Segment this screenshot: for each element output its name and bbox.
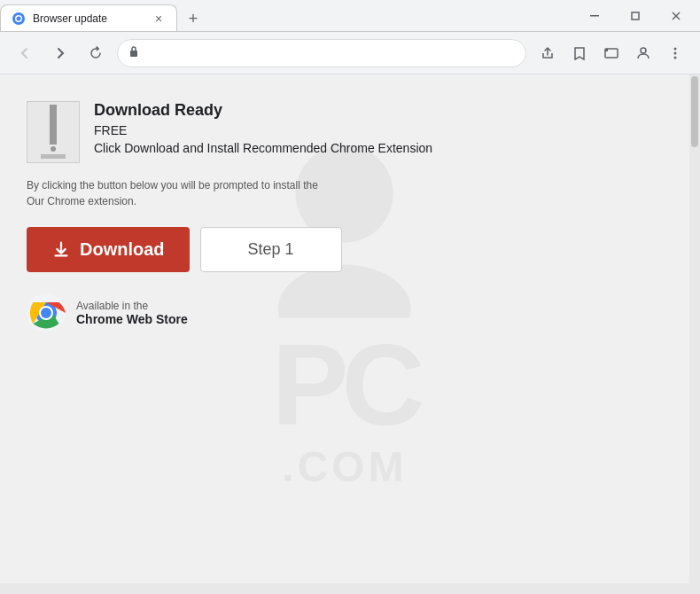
title-bar: Browser update × + [0, 0, 700, 32]
step-button-label: Step 1 [248, 240, 294, 258]
new-tab-button[interactable]: + [181, 6, 206, 31]
svg-point-10 [641, 48, 646, 53]
toolbar [0, 32, 700, 74]
lock-icon [128, 45, 139, 60]
active-tab[interactable]: Browser update × [0, 4, 177, 31]
cast-button[interactable] [597, 39, 626, 67]
download-button-label: Download [80, 239, 165, 260]
disclaimer-line2: Our Chrome extension. [27, 195, 136, 207]
forward-button[interactable] [46, 39, 74, 67]
svg-point-2 [17, 16, 21, 20]
card-header: Download Ready FREE Click Download and I… [27, 101, 663, 163]
window-controls [574, 0, 700, 32]
chrome-store-row: Available in the Chrome Web Store [27, 293, 663, 332]
svg-point-11 [674, 47, 677, 50]
scrollbar-thumb[interactable] [691, 76, 698, 147]
tab-strip: Browser update × + [0, 0, 206, 31]
svg-rect-3 [590, 15, 599, 17]
close-icon [672, 12, 681, 20]
action-row: Download Step 1 [27, 227, 663, 272]
more-button[interactable] [661, 39, 689, 67]
disclaimer-line1: By clicking the button below you will be… [27, 179, 318, 191]
extension-icon [27, 101, 80, 163]
maximize-button[interactable] [615, 0, 656, 32]
main-card: Download Ready FREE Click Download and I… [0, 74, 689, 350]
close-button[interactable] [656, 0, 696, 32]
download-button[interactable]: Download [27, 227, 190, 272]
svg-rect-9 [605, 49, 608, 51]
chrome-store-text: Available in the Chrome Web Store [76, 300, 188, 326]
svg-point-19 [41, 308, 51, 318]
reload-icon [89, 46, 103, 60]
description-text: Click Download and Install Recommended C… [94, 141, 432, 155]
icon-base [41, 154, 66, 159]
free-label: FREE [94, 123, 432, 137]
pc-watermark-text: PC .COM [272, 327, 418, 491]
icon-tower [50, 105, 57, 145]
bookmark-button[interactable] [565, 39, 594, 67]
download-ready-text: Download Ready [94, 101, 432, 120]
content-area: PC .COM Download Ready FREE C [0, 74, 700, 583]
share-button[interactable] [533, 39, 562, 67]
vertical-scrollbar[interactable] [689, 74, 700, 583]
horizontal-scrollbar[interactable] [0, 583, 700, 594]
tab-title: Browser update [33, 12, 144, 25]
tab-favicon [12, 12, 26, 26]
page-content: PC .COM Download Ready FREE C [0, 74, 689, 583]
profile-button[interactable] [629, 39, 657, 67]
card-info: Download Ready FREE Click Download and I… [94, 101, 432, 155]
forward-icon [53, 46, 67, 60]
back-button[interactable] [11, 39, 39, 67]
chrome-web-store-label: Chrome Web Store [76, 312, 188, 326]
available-in-label: Available in the [76, 300, 188, 312]
profile-icon [636, 46, 650, 60]
toolbar-actions [533, 39, 689, 67]
back-icon [18, 46, 32, 60]
minimize-button[interactable] [574, 0, 615, 32]
download-icon [51, 240, 71, 260]
more-icon [673, 46, 677, 60]
tab-close-button[interactable]: × [152, 12, 166, 26]
chrome-logo [27, 293, 66, 332]
address-bar[interactable] [117, 39, 526, 67]
browser-window: Browser update × + [0, 0, 700, 594]
disclaimer: By clicking the button below you will be… [27, 177, 663, 209]
icon-dot [51, 146, 56, 152]
com-text: .COM [282, 442, 407, 491]
reload-button[interactable] [82, 39, 110, 67]
svg-point-12 [674, 51, 677, 54]
maximize-icon [631, 12, 640, 20]
step-button[interactable]: Step 1 [200, 227, 342, 272]
cast-icon [603, 47, 619, 59]
svg-rect-4 [632, 12, 639, 20]
svg-point-13 [674, 56, 677, 59]
svg-rect-7 [130, 51, 137, 57]
lock-svg [128, 45, 139, 58]
share-icon [541, 46, 555, 60]
bookmark-icon [573, 46, 586, 60]
minimize-icon [590, 15, 599, 17]
